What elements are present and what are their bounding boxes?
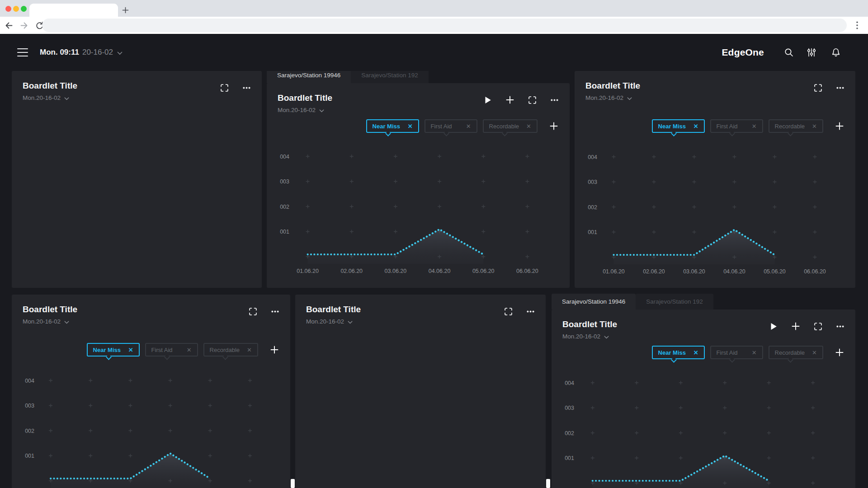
filter-chip-first-aid[interactable]: First Aid✕ bbox=[710, 346, 763, 359]
expand-icon[interactable] bbox=[248, 307, 257, 316]
add-filter-icon[interactable] bbox=[835, 347, 844, 357]
data-series-near-miss bbox=[308, 230, 484, 255]
chevron-down-icon bbox=[64, 95, 69, 102]
kebab-menu-icon[interactable] bbox=[851, 19, 863, 32]
boardlet-date-dropdown[interactable]: Mon.20-16-02 bbox=[585, 94, 640, 102]
boardlet-top-middle: Sarajevo/Station 19946Sarajevo/Station 1… bbox=[267, 71, 570, 288]
filter-chip-first-aid[interactable]: First Aid✕ bbox=[145, 343, 198, 357]
station-tabs: Sarajevo/Station 19946Sarajevo/Station 1… bbox=[552, 294, 855, 310]
filter-chip-recordable[interactable]: Recordable✕ bbox=[483, 119, 538, 133]
filter-chip-near-miss[interactable]: Near Miss✕ bbox=[366, 119, 419, 133]
y-axis-label: 003 bbox=[25, 403, 34, 409]
x-axis-label: 04.06.20 bbox=[723, 268, 745, 275]
grid-marks bbox=[591, 381, 815, 485]
x-axis-label: 03.06.20 bbox=[683, 268, 705, 275]
tab-station-1[interactable]: Sarajevo/Station 19946 bbox=[552, 294, 636, 310]
close-icon[interactable]: ✕ bbox=[526, 123, 531, 130]
more-icon[interactable] bbox=[270, 307, 279, 316]
close-icon[interactable]: ✕ bbox=[187, 347, 192, 353]
hamburger-menu-icon[interactable] bbox=[17, 48, 28, 56]
chevron-down-icon bbox=[348, 319, 353, 325]
boardlet-date-dropdown[interactable]: Mon.20-16-02 bbox=[278, 106, 332, 114]
minimize-window-button[interactable] bbox=[13, 6, 19, 12]
chevron-down-icon bbox=[117, 48, 123, 57]
maximize-window-button[interactable] bbox=[21, 6, 27, 12]
chip-label: Recordable bbox=[775, 349, 805, 356]
boardlet-title: Boardlet Title bbox=[562, 319, 617, 329]
close-icon[interactable]: ✕ bbox=[752, 123, 757, 130]
more-icon[interactable] bbox=[550, 95, 559, 104]
station-tabs: Sarajevo/Station 19946Sarajevo/Station 1… bbox=[267, 71, 570, 83]
filter-chip-near-miss[interactable]: Near Miss✕ bbox=[652, 346, 705, 359]
add-icon[interactable] bbox=[791, 322, 800, 331]
header-time: Mon. 09:11 bbox=[40, 48, 79, 57]
close-icon[interactable]: ✕ bbox=[693, 123, 698, 130]
boardlet-panel: Boardlet TitleMon.20-16-02Near Miss✕Firs… bbox=[575, 71, 855, 288]
close-icon[interactable]: ✕ bbox=[693, 349, 698, 356]
filter-chip-recordable[interactable]: Recordable✕ bbox=[203, 343, 258, 357]
close-window-button[interactable] bbox=[5, 6, 11, 12]
close-icon[interactable]: ✕ bbox=[408, 123, 413, 130]
boardlet-title-block: Boardlet TitleMon.20-16-02 bbox=[562, 319, 617, 340]
boardlet-toolbar bbox=[483, 95, 559, 104]
filter-chip-near-miss[interactable]: Near Miss✕ bbox=[87, 343, 140, 357]
chip-label: First Aid bbox=[717, 123, 738, 130]
filter-icon[interactable] bbox=[805, 46, 818, 59]
chip-pointer bbox=[729, 131, 735, 136]
play-icon[interactable] bbox=[769, 322, 778, 331]
boardlet-date-dropdown[interactable]: Mon.20-16-02 bbox=[23, 318, 77, 325]
back-icon[interactable] bbox=[2, 19, 15, 32]
add-filter-icon[interactable] bbox=[549, 121, 559, 131]
chip-label: Recordable bbox=[775, 123, 805, 130]
boardlet-title-block: Boardlet TitleMon.20-16-02 bbox=[23, 305, 77, 325]
expand-icon[interactable] bbox=[813, 83, 822, 92]
add-filter-icon[interactable] bbox=[835, 121, 844, 131]
tab-station-1[interactable]: Sarajevo/Station 19946 bbox=[267, 71, 351, 83]
filter-chip-first-aid[interactable]: First Aid✕ bbox=[425, 119, 477, 133]
new-tab-icon[interactable] bbox=[119, 4, 131, 16]
add-icon[interactable] bbox=[505, 95, 514, 104]
play-icon[interactable] bbox=[483, 95, 492, 104]
close-icon[interactable]: ✕ bbox=[128, 347, 133, 353]
chip-label: First Aid bbox=[431, 123, 452, 130]
filter-chip-first-aid[interactable]: First Aid✕ bbox=[710, 119, 763, 133]
close-icon[interactable]: ✕ bbox=[812, 123, 817, 130]
notification-icon[interactable] bbox=[829, 46, 843, 59]
more-icon[interactable] bbox=[835, 322, 844, 331]
date-selector[interactable]: Mon. 09:11 20-16-02 bbox=[40, 47, 123, 57]
chip-pointer bbox=[671, 131, 677, 136]
add-filter-icon[interactable] bbox=[269, 345, 279, 355]
boardlet-header: Boardlet TitleMon.20-16-02 bbox=[23, 81, 251, 102]
scrollbar-thumb[interactable] bbox=[546, 479, 550, 488]
boardlet-date-dropdown[interactable]: Mon.20-16-02 bbox=[306, 318, 361, 325]
expand-icon[interactable] bbox=[504, 307, 513, 316]
scrollbar-thumb[interactable] bbox=[291, 479, 295, 488]
address-bar[interactable] bbox=[42, 19, 847, 32]
expand-icon[interactable] bbox=[813, 322, 822, 331]
browser-tab[interactable] bbox=[29, 4, 118, 17]
boardlet-subtitle: Mon.20-16-02 bbox=[23, 318, 61, 325]
more-icon[interactable] bbox=[242, 83, 251, 92]
boardlet-bottom-right: Sarajevo/Station 19946Sarajevo/Station 1… bbox=[552, 294, 855, 488]
edgeone-app: Mon. 09:11 20-16-02 EdgeOne Boardlet Tit… bbox=[0, 34, 868, 488]
boardlet-date-dropdown[interactable]: Mon.20-16-02 bbox=[23, 94, 77, 102]
x-axis-label: 06.06.20 bbox=[804, 268, 826, 275]
forward-icon[interactable] bbox=[17, 19, 31, 32]
close-icon[interactable]: ✕ bbox=[247, 347, 252, 353]
expand-icon[interactable] bbox=[528, 95, 537, 104]
close-icon[interactable]: ✕ bbox=[812, 349, 817, 356]
more-icon[interactable] bbox=[835, 83, 844, 92]
tab-station-2[interactable]: Sarajevo/Station 192 bbox=[636, 294, 713, 310]
expand-icon[interactable] bbox=[220, 83, 229, 92]
tab-station-2[interactable]: Sarajevo/Station 192 bbox=[351, 71, 428, 83]
filter-chip-near-miss[interactable]: Near Miss✕ bbox=[652, 119, 705, 133]
grid-marks bbox=[612, 155, 817, 259]
search-icon[interactable] bbox=[782, 46, 796, 59]
filter-chip-recordable[interactable]: Recordable✕ bbox=[769, 119, 823, 133]
close-icon[interactable]: ✕ bbox=[466, 123, 471, 130]
close-icon[interactable]: ✕ bbox=[752, 349, 757, 356]
boardlet-date-dropdown[interactable]: Mon.20-16-02 bbox=[562, 333, 617, 340]
boardlet-title-block: Boardlet TitleMon.20-16-02 bbox=[585, 81, 640, 102]
more-icon[interactable] bbox=[526, 307, 535, 316]
filter-chip-recordable[interactable]: Recordable✕ bbox=[769, 346, 823, 359]
